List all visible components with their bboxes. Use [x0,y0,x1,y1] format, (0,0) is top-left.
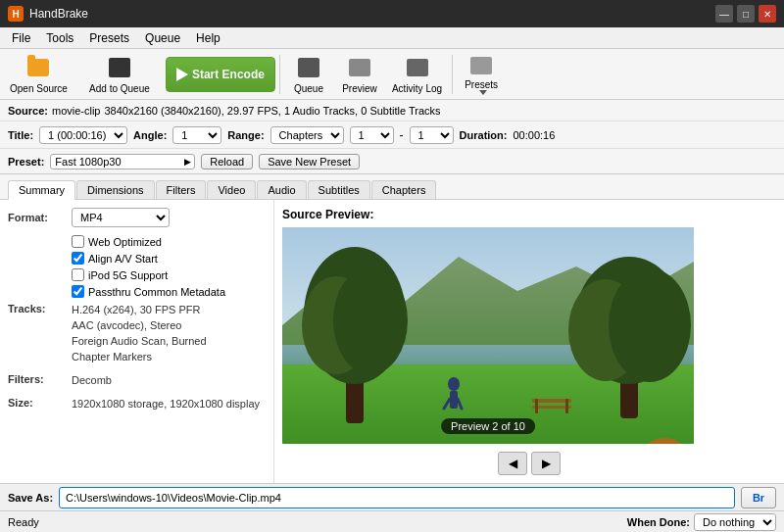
tracks-values: H.264 (x264), 30 FPS PFR AAC (avcodec), … [72,302,207,364]
tab-dimensions[interactable]: Dimensions [76,180,154,199]
play-icon [176,68,188,81]
web-optimized-checkbox[interactable] [72,235,84,248]
left-panel: Format: MP4 Web Optimized Align A/V Star… [0,200,274,483]
angle-dropdown[interactable]: 1 [172,126,221,144]
open-source-icon [24,54,52,81]
close-button[interactable]: ✕ [759,5,776,23]
browse-button[interactable]: Br [741,487,776,508]
track-0: H.264 (x264), 30 FPS PFR [72,302,207,317]
tab-summary[interactable]: Summary [8,180,75,200]
passthru-label: Passthru Common Metadata [88,286,225,298]
ipod-label: iPod 5G Support [88,269,168,281]
queue-icon [295,54,322,81]
align-av-checkbox[interactable] [72,252,84,265]
queue-button[interactable]: Queue [284,52,333,97]
right-panel: Source Preview: [274,200,784,483]
range-to-dropdown[interactable]: 1 [410,126,454,144]
preview-button[interactable]: Preview [335,52,384,97]
title-label: Title: [8,129,33,141]
range-separator: - [400,128,404,142]
ipod-checkbox[interactable] [72,268,84,281]
start-encode-button[interactable]: Start Encode [166,57,275,92]
tab-filters[interactable]: Filters [156,180,207,199]
preset-arrow-icon: ▶ [184,157,191,167]
tabs-row: Summary Dimensions Filters Video Audio S… [0,174,784,200]
separator-1 [279,55,280,94]
preview-prev-button[interactable]: ◀ [498,452,527,475]
preset-input[interactable] [50,154,195,169]
passthru-row: Passthru Common Metadata [72,285,266,298]
track-2: Foreign Audio Scan, Burned [72,333,207,349]
tracks-label: Tracks: [8,302,72,364]
svg-point-16 [448,377,460,391]
format-label: Format: [8,212,72,223]
save-new-preset-button[interactable]: Save New Preset [259,154,360,169]
activity-icon [404,54,431,81]
ipod-row: iPod 5G Support [72,268,266,281]
range-from-dropdown[interactable]: 1 [350,126,394,144]
title-dropdown[interactable]: 1 (00:00:16) [39,126,127,144]
track-1: AAC (avcodec), Stereo [72,317,207,333]
separator-2 [452,55,453,94]
presets-chevron-icon [479,90,487,95]
tab-video[interactable]: Video [207,180,256,199]
minimize-button[interactable]: — [715,5,733,23]
add-to-queue-button[interactable]: Add to Queue [75,52,164,97]
menu-queue[interactable]: Queue [137,29,188,47]
range-type-dropdown[interactable]: Chapters [270,126,344,144]
source-name: movie-clip [52,105,101,117]
preview-next-button[interactable]: ▶ [531,452,561,475]
align-av-row: Align A/V Start [72,252,266,265]
menu-file[interactable]: File [4,29,38,47]
maximize-button[interactable]: □ [737,5,755,23]
menu-tools[interactable]: Tools [38,29,81,47]
save-as-label: Save As: [8,492,53,504]
when-done-dropdown[interactable]: Do nothing [694,513,776,531]
preview-nav: ◀ ▶ [498,452,561,475]
tab-chapters[interactable]: Chapters [371,180,437,199]
preset-label: Preset: [8,156,44,168]
main-content: Format: MP4 Web Optimized Align A/V Star… [0,200,784,483]
presets-button[interactable]: Presets [457,52,506,97]
svg-rect-14 [535,399,538,413]
controls-row: Title: 1 (00:00:16) Angle: 1 Range: Chap… [0,121,784,149]
window-controls: — □ ✕ [715,5,776,23]
preview-icon [346,54,373,81]
presets-icon [467,54,495,77]
reload-button[interactable]: Reload [201,154,253,169]
activity-log-button[interactable]: Activity Log [386,52,448,97]
preview-container: Preview 2 of 10 [282,227,694,444]
app-icon: H [8,6,24,22]
preview-label: Source Preview: [282,208,373,221]
when-done-label: When Done: [627,516,690,528]
when-done-section: When Done: Do nothing [627,513,776,531]
menu-help[interactable]: Help [188,29,228,47]
svg-point-11 [609,268,691,382]
range-label: Range: [227,129,264,141]
align-av-label: Align A/V Start [88,253,158,265]
track-3: Chapter Markers [72,349,207,364]
filters-value: Decomb [72,372,112,388]
app-title: HandBrake [29,7,715,21]
tracks-section: Tracks: H.264 (x264), 30 FPS PFR AAC (av… [8,302,266,364]
menu-bar: File Tools Presets Queue Help [0,27,784,49]
web-optimized-label: Web Optimized [88,236,162,248]
duration-label: Duration: [460,129,508,141]
preset-row: Preset: ▶ Reload Save New Preset [0,149,784,174]
size-label: Size: [8,396,72,411]
source-info-bar: Source: movie-clip 3840x2160 (3840x2160)… [0,100,784,121]
tab-subtitles[interactable]: Subtitles [308,180,370,199]
source-label: Source: [8,105,48,117]
passthru-checkbox[interactable] [72,285,84,298]
format-row: Format: MP4 [8,208,266,227]
format-dropdown[interactable]: MP4 [72,208,170,227]
tab-audio[interactable]: Audio [257,180,306,199]
add-queue-icon [106,54,133,81]
status-bar: Ready When Done: Do nothing [0,510,784,532]
preview-scene-svg [282,227,694,444]
size-section: Size: 1920x1080 storage, 1920x1080 displ… [8,396,266,411]
open-source-button[interactable]: Open Source [4,52,74,97]
svg-rect-15 [565,399,568,413]
menu-presets[interactable]: Presets [81,29,137,47]
save-as-input[interactable] [59,487,735,508]
